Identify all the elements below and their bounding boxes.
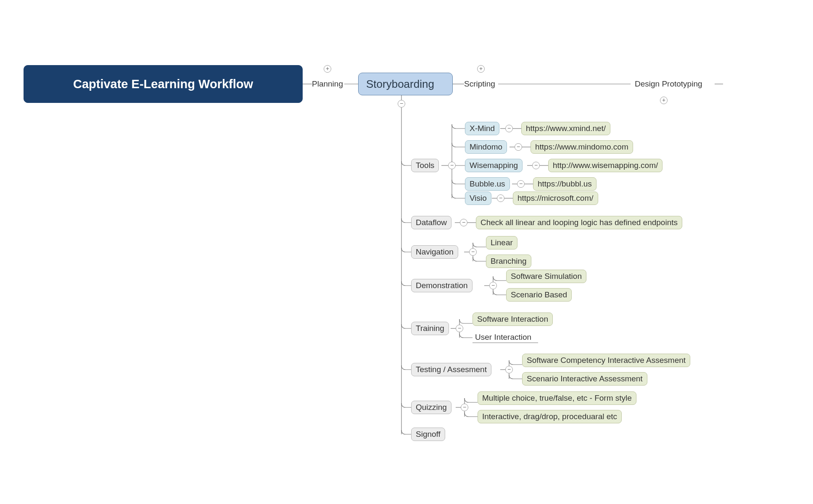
collapse-icon[interactable]: [497, 194, 504, 202]
tools-node[interactable]: Tools: [411, 159, 439, 172]
quizzing-item: Interactive, drag/drop, proceduaral etc: [482, 412, 617, 421]
collapse-icon[interactable]: [456, 325, 463, 332]
navigation-item: Linear: [491, 238, 513, 247]
demonstration-scenario[interactable]: Scenario Based: [506, 288, 572, 302]
training-software-interaction[interactable]: Software Interaction: [472, 312, 553, 326]
tool-wisemapping-url[interactable]: http://www.wisemapping.com/: [548, 159, 663, 172]
tool-url: https://www.xmind.net/: [526, 124, 606, 133]
quizzing-label: Quizzing: [416, 403, 447, 412]
testing-item: Scenario Interactive Assessment: [527, 374, 643, 383]
collapse-icon[interactable]: [515, 143, 522, 151]
testing-item: Software Competency Interactive Assesmen…: [527, 356, 686, 365]
demonstration-node[interactable]: Demonstration: [411, 279, 472, 292]
demonstration-software-sim[interactable]: Software Simulation: [506, 270, 586, 283]
testing-competency[interactable]: Software Competency Interactive Assesmen…: [522, 354, 690, 367]
demonstration-label: Demonstration: [416, 281, 468, 290]
tools-label: Tools: [416, 161, 434, 170]
dataflow-note[interactable]: Check all linear and looping logic has d…: [476, 216, 682, 229]
collapse-icon[interactable]: [448, 162, 456, 169]
tool-url: https://www.mindomo.com: [535, 142, 628, 152]
training-node[interactable]: Training: [411, 322, 449, 335]
tool-name: Mindomo: [470, 142, 502, 152]
tool-name: Visio: [470, 194, 487, 203]
tool-name: Wisemapping: [470, 161, 518, 170]
navigation-linear[interactable]: Linear: [486, 236, 517, 249]
tool-bubbleus-url[interactable]: https://bubbl.us: [533, 177, 597, 191]
collapse-icon[interactable]: [505, 366, 513, 373]
dataflow-node[interactable]: Dataflow: [411, 216, 451, 229]
demonstration-item: Scenario Based: [511, 290, 567, 299]
collapse-icon[interactable]: [517, 180, 525, 188]
collapse-icon[interactable]: [505, 125, 513, 132]
tool-xmind[interactable]: X-Mind: [465, 122, 499, 135]
navigation-item: Branching: [491, 257, 527, 266]
dataflow-note-text: Check all linear and looping logic has d…: [480, 218, 678, 227]
navigation-label: Navigation: [416, 247, 454, 257]
tool-wisemapping[interactable]: Wisemapping: [465, 159, 523, 172]
quizzing-node[interactable]: Quizzing: [411, 401, 451, 414]
training-user-interaction[interactable]: User Interaction: [475, 333, 531, 342]
tool-name: X-Mind: [470, 124, 495, 133]
tool-visio-url[interactable]: https://microsoft.com/: [513, 192, 598, 205]
navigation-node[interactable]: Navigation: [411, 245, 458, 259]
expand-icon[interactable]: [477, 65, 485, 73]
tool-mindomo[interactable]: Mindomo: [465, 140, 507, 154]
quizzing-forms[interactable]: Multiple choice, true/false, etc - Form …: [478, 391, 636, 405]
collapse-icon[interactable]: [461, 404, 468, 411]
tool-url: http://www.wisemapping.com/: [553, 161, 658, 170]
root-title: Captivate E-Learning Workflow: [73, 77, 253, 91]
tool-url: https://microsoft.com/: [517, 194, 594, 203]
collapse-icon[interactable]: [489, 282, 497, 289]
stage-planning-label[interactable]: Planning: [312, 79, 343, 89]
quizzing-interactive[interactable]: Interactive, drag/drop, proceduaral etc: [478, 410, 622, 423]
stage-scripting-label[interactable]: Scripting: [464, 79, 495, 89]
signoff-node[interactable]: Signoff: [411, 428, 445, 441]
testing-scenario[interactable]: Scenario Interactive Assessment: [522, 372, 647, 386]
expand-icon[interactable]: [324, 65, 331, 73]
testing-label: Testing / Assesment: [416, 365, 487, 374]
tool-name: Bubble.us: [470, 179, 505, 189]
navigation-branching[interactable]: Branching: [486, 255, 531, 268]
expand-icon[interactable]: [660, 97, 668, 104]
root-node[interactable]: Captivate E-Learning Workflow: [24, 65, 303, 103]
testing-node[interactable]: Testing / Assesment: [411, 363, 491, 376]
tool-visio[interactable]: Visio: [465, 192, 491, 205]
collapse-icon[interactable]: [460, 219, 467, 226]
signoff-label: Signoff: [416, 430, 441, 439]
training-label: Training: [416, 324, 444, 333]
collapse-icon[interactable]: [532, 162, 540, 169]
tool-mindomo-url[interactable]: https://www.mindomo.com: [531, 140, 633, 154]
tool-url: https://bubbl.us: [538, 179, 592, 189]
tool-bubbleus[interactable]: Bubble.us: [465, 177, 510, 191]
stage-design-prototyping-label[interactable]: Design Prototyping: [635, 79, 702, 89]
demonstration-item: Software Simulation: [511, 272, 582, 281]
stage-storyboarding-label: Storyboarding: [366, 78, 434, 91]
quizzing-item: Multiple choice, true/false, etc - Form …: [482, 394, 632, 403]
tool-xmind-url[interactable]: https://www.xmind.net/: [521, 122, 610, 135]
dataflow-label: Dataflow: [416, 218, 447, 227]
stage-storyboarding-node[interactable]: Storyboarding: [358, 73, 453, 95]
training-item: Software Interaction: [477, 315, 548, 324]
collapse-icon[interactable]: [469, 248, 477, 256]
collapse-icon[interactable]: [398, 100, 405, 108]
